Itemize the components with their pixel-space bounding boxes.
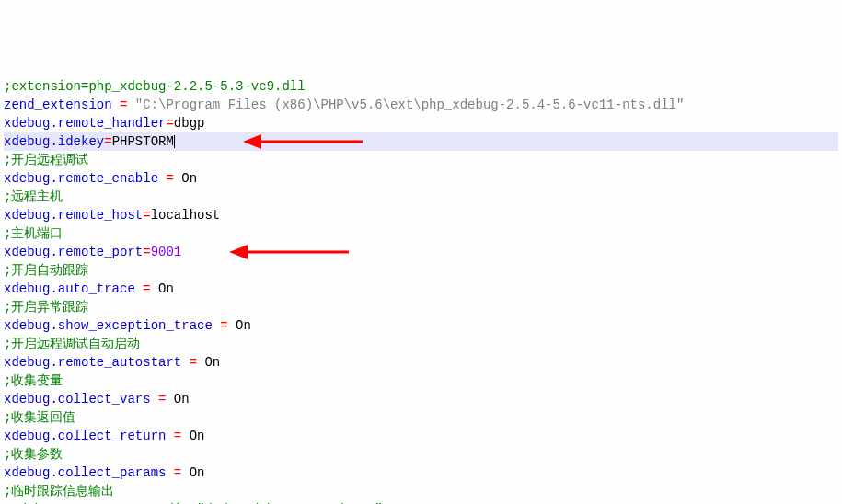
config-key: xdebug.remote_handler <box>4 116 166 131</box>
config-key: xdebug.show_exception_trace <box>4 318 213 333</box>
config-value: On <box>204 355 220 370</box>
code-line: xdebug.collect_params = On <box>4 464 838 482</box>
equals-op: = <box>135 281 158 296</box>
config-key: xdebug.collect_vars <box>4 392 151 407</box>
config-value: On <box>190 465 205 480</box>
code-line: ;开启远程调试自动启动 <box>4 335 838 353</box>
code-line: ;开启远程调试 <box>4 151 838 169</box>
config-value: 9001 <box>151 245 182 259</box>
comment-text: ;开启自动跟踪 <box>4 263 88 278</box>
annotation-arrow-icon <box>229 242 349 262</box>
config-key: xdebug.remote_enable <box>4 171 158 186</box>
code-line: ;xdebug.trace_output_dir="d:/PHP/php-5.3… <box>4 500 838 504</box>
code-line: xdebug.remote_host=localhost <box>4 206 838 224</box>
code-line: xdebug.idekey=PHPSTORM <box>4 132 838 151</box>
comment-text: ;开启远程调试 <box>4 153 88 167</box>
code-line: ;远程主机 <box>4 188 838 206</box>
code-line: xdebug.remote_enable = On <box>4 169 838 188</box>
code-block: ;extension=php_xdebug-2.2.5-5.3-vc9.dllz… <box>4 77 838 504</box>
svg-marker-3 <box>229 245 248 259</box>
code-line: ;开启异常跟踪 <box>4 298 838 316</box>
code-line: xdebug.remote_autostart = On <box>4 353 838 372</box>
comment-text: ;远程主机 <box>4 189 63 204</box>
config-key: xdebug.auto_trace <box>4 281 135 296</box>
config-key: zend_extension <box>4 97 112 112</box>
config-key: xdebug.remote_port <box>4 245 143 259</box>
annotation-arrow-icon <box>243 132 363 152</box>
svg-marker-1 <box>243 134 261 149</box>
code-line: ;临时跟踪信息输出 <box>4 482 838 500</box>
code-line: zend_extension = "C:\Program Files (x86)… <box>4 96 838 114</box>
config-value: PHPSTORM <box>112 134 174 149</box>
equals-op: = <box>158 171 181 186</box>
equals-op: = <box>166 429 189 443</box>
equals-op: = <box>166 465 189 480</box>
config-value: On <box>236 318 251 333</box>
comment-text: ;开启异常跟踪 <box>4 300 88 315</box>
equals-op: = <box>213 318 236 333</box>
config-value: On <box>181 171 197 186</box>
code-line: ;开启自动跟踪 <box>4 261 838 280</box>
comment-text: ;收集变量 <box>4 373 63 388</box>
code-line: xdebug.collect_return = On <box>4 427 838 445</box>
equals-op: = <box>104 134 111 149</box>
equals-op: = <box>143 208 150 223</box>
config-value: On <box>158 281 174 296</box>
comment-text: ;主机端口 <box>4 226 63 241</box>
config-value: On <box>174 392 190 407</box>
equals-op: = <box>143 245 150 259</box>
config-value: On <box>190 429 205 443</box>
text-cursor <box>174 135 175 148</box>
comment-text: ;收集返回值 <box>4 410 75 425</box>
code-line: ;收集返回值 <box>4 408 838 427</box>
code-line: ;主机端口 <box>4 224 838 243</box>
equals-op: = <box>112 97 135 112</box>
comment-text: ;收集参数 <box>4 447 63 462</box>
config-value: dbgp <box>174 116 205 131</box>
config-key: xdebug.collect_params <box>4 465 166 480</box>
config-key: xdebug.collect_return <box>4 429 166 443</box>
code-line: ;extension=php_xdebug-2.2.5-5.3-vc9.dll <box>4 77 838 96</box>
equals-op: = <box>151 392 174 407</box>
config-key: xdebug.idekey <box>4 134 104 149</box>
config-value: localhost <box>151 208 221 223</box>
code-line: ;收集变量 <box>4 372 838 390</box>
comment-text: ;临时跟踪信息输出 <box>4 484 114 498</box>
code-line: xdebug.remote_handler=dbgp <box>4 114 838 132</box>
config-key: xdebug.remote_autostart <box>4 355 181 370</box>
config-value: "C:\Program Files (x86)\PHP\v5.6\ext\php… <box>135 97 685 112</box>
comment-text: ;开启远程调试自动启动 <box>4 337 140 351</box>
code-line: ;收集参数 <box>4 445 838 464</box>
equals-op: = <box>181 355 204 370</box>
config-key: xdebug.remote_host <box>4 208 143 223</box>
equals-op: = <box>166 116 173 131</box>
code-line: xdebug.show_exception_trace = On <box>4 316 838 335</box>
code-line: xdebug.auto_trace = On <box>4 280 838 298</box>
code-line: xdebug.collect_vars = On <box>4 390 838 408</box>
code-line: xdebug.remote_port=9001 <box>4 243 838 261</box>
comment-text: ;extension=php_xdebug-2.2.5-5.3-vc9.dll <box>4 79 306 94</box>
